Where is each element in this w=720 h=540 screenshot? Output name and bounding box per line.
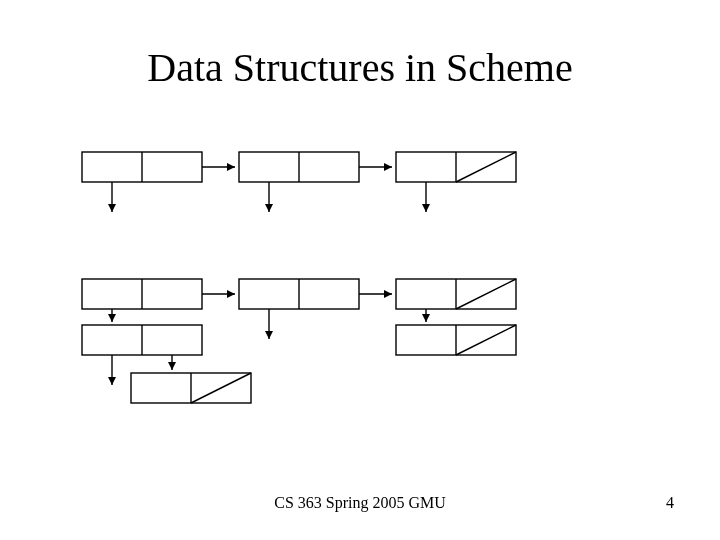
cons-cell xyxy=(82,152,202,182)
cons-cell xyxy=(396,325,516,355)
nil-slash xyxy=(456,152,516,182)
nil-slash xyxy=(456,325,516,355)
cons-cell-diagram xyxy=(0,0,720,540)
nil-slash xyxy=(456,279,516,309)
cons-cell xyxy=(396,279,516,309)
nil-slash xyxy=(191,373,251,403)
cons-cell xyxy=(239,279,359,309)
cons-cell xyxy=(82,279,202,309)
cons-cell xyxy=(239,152,359,182)
cons-cell xyxy=(82,325,202,355)
footer-course: CS 363 Spring 2005 GMU xyxy=(0,494,720,512)
slide: Data Structures in Scheme xyxy=(0,0,720,540)
cons-cell xyxy=(131,373,251,403)
cons-cell xyxy=(396,152,516,182)
page-number: 4 xyxy=(666,494,674,512)
